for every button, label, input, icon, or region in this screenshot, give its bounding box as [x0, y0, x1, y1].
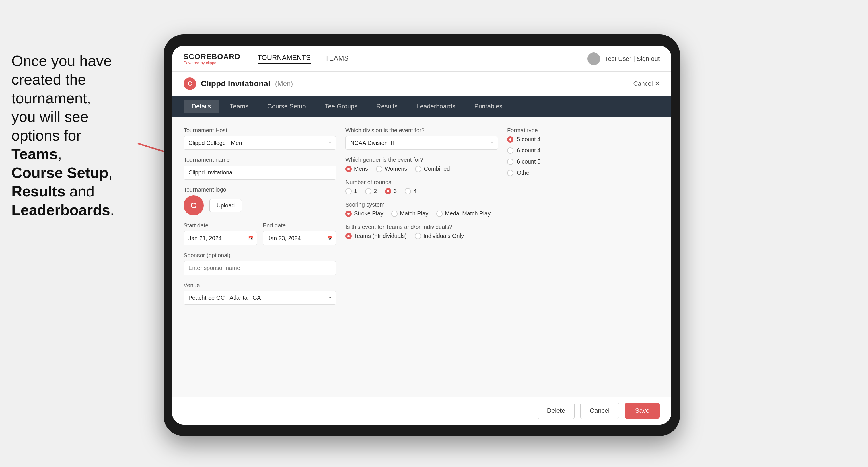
division-select[interactable]: NCAA Division III	[345, 136, 498, 150]
gender-label: Which gender is the event for?	[345, 157, 498, 163]
format-6count5[interactable]: 6 count 5	[507, 158, 660, 165]
individuals-only[interactable]: Individuals Only	[415, 232, 464, 239]
tournament-icon: C	[184, 77, 196, 90]
scoring-stroke[interactable]: Stroke Play	[345, 210, 383, 217]
individuals-radio[interactable]	[415, 233, 421, 239]
rounds-4[interactable]: 4	[405, 188, 416, 194]
format-other-radio[interactable]	[507, 170, 514, 176]
teams-radio-group: Teams (+Individuals) Individuals Only	[345, 232, 498, 239]
scoring-group: Scoring system Stroke Play Match Play	[345, 201, 498, 217]
navbar-left: SCOREBOARD Powered by clippd TOURNAMENTS…	[184, 52, 348, 65]
start-date-input[interactable]	[184, 231, 257, 245]
tablet-device: SCOREBOARD Powered by clippd TOURNAMENTS…	[163, 34, 680, 436]
rounds-1[interactable]: 1	[345, 188, 357, 194]
scoring-medal-radio[interactable]	[436, 211, 443, 217]
tab-details[interactable]: Details	[184, 100, 219, 113]
upload-button[interactable]: Upload	[209, 199, 242, 212]
venue-select[interactable]: Peachtree GC - Atlanta - GA	[184, 291, 336, 305]
rounds-2-radio[interactable]	[365, 188, 371, 194]
host-select[interactable]: Clippd College - Men	[184, 136, 336, 150]
logo-label: Tournament logo	[184, 186, 336, 193]
form-grid: Tournament Host Clippd College - Men Tou…	[184, 127, 660, 305]
teams-label: Is this event for Teams and/or Individua…	[345, 224, 498, 230]
gender-womens-radio[interactable]	[376, 166, 382, 172]
format-6count5-radio[interactable]	[507, 159, 514, 165]
host-label: Tournament Host	[184, 127, 336, 134]
tournament-header: C Clippd Invitational (Men) Cancel ✕	[172, 72, 671, 96]
scoring-match[interactable]: Match Play	[391, 210, 428, 217]
scoring-medal-match[interactable]: Medal Match Play	[436, 210, 491, 217]
teams-radio[interactable]	[345, 233, 352, 239]
cancel-top-button[interactable]: Cancel ✕	[633, 80, 660, 88]
tab-teams[interactable]: Teams	[222, 100, 256, 113]
logo-upload-row: C Upload	[184, 195, 336, 215]
format-group: Format type 5 count 4 6 count 4	[507, 127, 660, 181]
scoring-radio-group: Stroke Play Match Play Medal Match Play	[345, 210, 498, 217]
logo-title: SCOREBOARD	[184, 52, 240, 61]
delete-button[interactable]: Delete	[537, 403, 575, 419]
tab-course-setup[interactable]: Course Setup	[259, 100, 314, 113]
scoring-label: Scoring system	[345, 201, 498, 208]
end-date-input[interactable]	[263, 231, 336, 245]
rounds-label: Number of rounds	[345, 179, 498, 186]
form-col2: Which division is the event for? NCAA Di…	[345, 127, 498, 305]
tablet-screen: SCOREBOARD Powered by clippd TOURNAMENTS…	[172, 46, 671, 425]
tab-printables[interactable]: Printables	[466, 100, 510, 113]
sponsor-input[interactable]	[184, 261, 336, 275]
tab-bar: Details Teams Course Setup Tee Groups Re…	[172, 96, 671, 117]
gender-combined-radio[interactable]	[415, 166, 422, 172]
rounds-4-radio[interactable]	[405, 188, 411, 194]
division-label: Which division is the event for?	[345, 127, 498, 134]
format-5count4[interactable]: 5 count 4	[507, 136, 660, 143]
format-6count4-radio[interactable]	[507, 148, 514, 154]
rounds-1-radio[interactable]	[345, 188, 352, 194]
name-input[interactable]	[184, 165, 336, 180]
teams-group: Is this event for Teams and/or Individua…	[345, 224, 498, 239]
rounds-2[interactable]: 2	[365, 188, 377, 194]
logo-preview: C	[184, 195, 204, 215]
venue-label: Venue	[184, 282, 336, 288]
rounds-3[interactable]: 3	[385, 188, 397, 194]
format-5count4-radio[interactable]	[507, 136, 514, 143]
gender-womens[interactable]: Womens	[376, 165, 407, 172]
scoring-match-radio[interactable]	[391, 211, 398, 217]
teams-plus-individuals[interactable]: Teams (+Individuals)	[345, 232, 407, 239]
navbar: SCOREBOARD Powered by clippd TOURNAMENTS…	[172, 46, 671, 72]
tab-results[interactable]: Results	[368, 100, 405, 113]
scoring-stroke-radio[interactable]	[345, 211, 352, 217]
sponsor-group: Sponsor (optional)	[184, 252, 336, 275]
start-date-group: Start date 📅	[184, 222, 257, 245]
gender-mens-radio[interactable]	[345, 166, 352, 172]
end-date-group: End date 📅	[263, 222, 336, 245]
nav-tournaments[interactable]: TOURNAMENTS	[257, 54, 311, 64]
date-row: Start date 📅 End date 📅	[184, 222, 336, 245]
name-label: Tournament name	[184, 157, 336, 163]
sponsor-label: Sponsor (optional)	[184, 252, 336, 259]
start-date-calendar-icon: 📅	[248, 236, 253, 241]
format-other[interactable]: Other	[507, 169, 660, 176]
nav-teams[interactable]: TEAMS	[325, 54, 349, 63]
save-button[interactable]: Save	[625, 403, 660, 418]
instruction-text: Once you have created the tournament, yo…	[0, 46, 138, 225]
tournament-gender: (Men)	[275, 80, 293, 88]
name-group: Tournament name	[184, 157, 336, 180]
cancel-button[interactable]: Cancel	[580, 403, 619, 419]
gender-combined[interactable]: Combined	[415, 165, 450, 172]
tab-leaderboards[interactable]: Leaderboards	[408, 100, 464, 113]
format-6count4[interactable]: 6 count 4	[507, 147, 660, 154]
host-group: Tournament Host Clippd College - Men	[184, 127, 336, 150]
form-col1: Tournament Host Clippd College - Men Tou…	[184, 127, 336, 305]
tab-tee-groups[interactable]: Tee Groups	[317, 100, 366, 113]
logo-area: SCOREBOARD Powered by clippd	[184, 52, 240, 65]
gender-mens[interactable]: Mens	[345, 165, 368, 172]
main-content: Tournament Host Clippd College - Men Tou…	[172, 117, 671, 397]
logo-group: Tournament logo C Upload	[184, 186, 336, 215]
venue-group: Venue Peachtree GC - Atlanta - GA	[184, 282, 336, 305]
navbar-right: Test User | Sign out	[587, 53, 660, 65]
gender-group: Which gender is the event for? Mens Wome…	[345, 157, 498, 172]
start-date-label: Start date	[184, 222, 257, 229]
rounds-3-radio[interactable]	[385, 188, 391, 194]
format-label: Format type	[507, 127, 660, 134]
tournament-title-row: C Clippd Invitational (Men)	[184, 77, 293, 90]
user-label[interactable]: Test User | Sign out	[605, 55, 660, 63]
